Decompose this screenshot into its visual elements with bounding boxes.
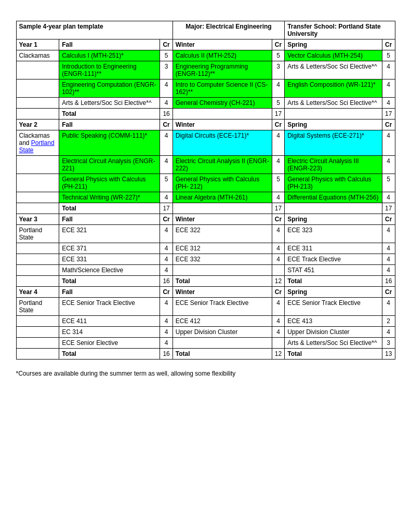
year3-header-row: Year 3FallCrWinterCrSpringCr bbox=[16, 214, 395, 225]
row-fall: Total bbox=[59, 203, 160, 214]
year4-spring-col: Spring bbox=[285, 287, 382, 298]
row-fall: ECE 331 bbox=[59, 254, 160, 265]
row-winter-cr: 4 bbox=[272, 79, 284, 98]
year2-spring-cr-col: Cr bbox=[382, 119, 395, 130]
row-fall-cr: 4 bbox=[160, 298, 173, 316]
year3-institution bbox=[16, 265, 59, 276]
table-row: Engineering Computation (ENGR-102)**4Int… bbox=[16, 79, 395, 98]
row-spring bbox=[285, 203, 382, 214]
table-row: Introduction to Engineering (ENGR-111)**… bbox=[16, 61, 395, 79]
main-table: Sample 4-year plan templateMajor: Electr… bbox=[16, 21, 395, 360]
row-fall: General Physics with Calculus (PH-211) bbox=[59, 174, 160, 192]
row-spring-cr: 4 bbox=[382, 298, 395, 316]
row-winter-cr: 4 bbox=[272, 316, 284, 327]
year2-fall-cr-col: Cr bbox=[160, 119, 173, 130]
row-spring-cr: 4 bbox=[382, 130, 395, 156]
year3-institution bbox=[16, 276, 59, 287]
row-spring-cr: 4 bbox=[382, 79, 395, 98]
table-row: ECE 4114ECE 4124ECE 4132 bbox=[16, 316, 395, 327]
row-winter-cr: 4 bbox=[272, 327, 284, 338]
row-winter-cr: 4 bbox=[272, 254, 284, 265]
table-row: Total16Total12Total13 bbox=[16, 349, 395, 360]
row-spring: Total bbox=[285, 349, 382, 360]
row-spring-cr: 2 bbox=[382, 316, 395, 327]
top-header-row: Sample 4-year plan templateMajor: Electr… bbox=[16, 21, 395, 39]
row-spring-cr: 4 bbox=[382, 98, 395, 109]
table-row: ECE 3714ECE 3124ECE 3114 bbox=[16, 243, 395, 254]
year3-institution bbox=[16, 243, 59, 254]
table-row: Electrical Circuit Analysis (ENGR-221)4E… bbox=[16, 156, 395, 174]
row-spring: Arts & Letters/Soc Sci Elective*^ bbox=[285, 98, 382, 109]
row-spring-cr: 4 bbox=[382, 61, 395, 79]
row-spring-cr: 4 bbox=[382, 192, 395, 203]
table-row: ECE Senior Elective4Arts & Letters/Soc S… bbox=[16, 338, 395, 349]
row-spring: ECE 311 bbox=[285, 243, 382, 254]
row-winter: Electric Circuit Analysis II (ENGR-222) bbox=[173, 156, 272, 174]
year3-winter-col: Winter bbox=[173, 214, 272, 225]
table-title: Sample 4-year plan template bbox=[16, 21, 173, 39]
row-spring-cr: 13 bbox=[382, 349, 395, 360]
year4-institution bbox=[16, 316, 59, 327]
row-winter-cr bbox=[272, 265, 284, 276]
year2-institution bbox=[16, 203, 59, 214]
row-fall: Electrical Circuit Analysis (ENGR-221) bbox=[59, 156, 160, 174]
year1-fall-col: Fall bbox=[59, 39, 160, 50]
row-fall: Engineering Computation (ENGR-102)** bbox=[59, 79, 160, 98]
year4-header-row: Year 4FallCrWinterCrSpringCr bbox=[16, 287, 395, 298]
year2-institution bbox=[16, 156, 59, 174]
row-fall: Public Speaking (COMM-111)* bbox=[59, 130, 160, 156]
row-winter-cr: 3 bbox=[272, 61, 284, 79]
row-fall: Total bbox=[59, 349, 160, 360]
row-spring: Digital Systems (ECE-271)* bbox=[285, 130, 382, 156]
year4-institution bbox=[16, 327, 59, 338]
row-winter: Total bbox=[173, 276, 272, 287]
year1-fall-cr-col: Cr bbox=[160, 39, 173, 50]
row-winter: ECE 412 bbox=[173, 316, 272, 327]
year2-header-row: Year 2FallCrWinterCrSpringCr bbox=[16, 119, 395, 130]
row-fall-cr: 16 bbox=[160, 276, 173, 287]
table-row: Clackamasand PortlandStatePublic Speakin… bbox=[16, 130, 395, 156]
year4-winter-col: Winter bbox=[173, 287, 272, 298]
table-row: ClackamasCalculus I (MTH-251)*5Calculus … bbox=[16, 50, 395, 61]
row-spring: Upper Division Cluster bbox=[285, 327, 382, 338]
row-spring-cr: 17 bbox=[382, 109, 395, 119]
year2-fall-col: Fall bbox=[59, 119, 160, 130]
year1-institution bbox=[16, 61, 59, 79]
row-fall-cr: 4 bbox=[160, 338, 173, 349]
row-spring: Arts & Letters/Soc Sci Elective*^ bbox=[285, 338, 382, 349]
year4-label: Year 4 bbox=[16, 287, 59, 298]
row-fall: Total bbox=[59, 109, 160, 119]
year4-institution bbox=[16, 349, 59, 360]
row-fall: Technical Writing (WR-227)* bbox=[59, 192, 160, 203]
year3-spring-cr-col: Cr bbox=[382, 214, 395, 225]
row-fall-cr: 5 bbox=[160, 50, 173, 61]
row-winter: ECE Senior Track Elective bbox=[173, 298, 272, 316]
year1-spring-cr-col: Cr bbox=[382, 39, 395, 50]
row-fall-cr: 4 bbox=[160, 265, 173, 276]
year3-label: Year 3 bbox=[16, 214, 59, 225]
row-fall: ECE 411 bbox=[59, 316, 160, 327]
table-row: Total171717 bbox=[16, 203, 395, 214]
row-winter-cr: 5 bbox=[272, 98, 284, 109]
row-fall-cr: 4 bbox=[160, 327, 173, 338]
year1-institution bbox=[16, 79, 59, 98]
year3-spring-col: Spring bbox=[285, 214, 382, 225]
row-fall: ECE 371 bbox=[59, 243, 160, 254]
year4-institution: Portland State bbox=[16, 298, 59, 316]
row-winter: ECE 322 bbox=[173, 225, 272, 243]
year1-spring-col: Spring bbox=[285, 39, 382, 50]
page-container: Sample 4-year plan templateMajor: Electr… bbox=[16, 21, 395, 377]
row-fall-cr: 4 bbox=[160, 316, 173, 327]
portland-state-link[interactable]: Portland bbox=[31, 139, 55, 147]
year4-institution bbox=[16, 338, 59, 349]
row-spring: Differential Equations (MTH-256) bbox=[285, 192, 382, 203]
year4-fall-col: Fall bbox=[59, 287, 160, 298]
table-row: Arts & Letters/Soc Sci Elective*^4Genera… bbox=[16, 98, 395, 109]
row-spring-cr: 4 bbox=[382, 327, 395, 338]
portland-state-link2[interactable]: State bbox=[19, 147, 34, 154]
table-row: ECE 3314ECE 3324ECE Track Elective4 bbox=[16, 254, 395, 265]
row-spring-cr: 4 bbox=[382, 243, 395, 254]
row-winter: General Physics with Calculus (PH- 212) bbox=[173, 174, 272, 192]
row-fall: Math/Science Elective bbox=[59, 265, 160, 276]
year4-spring-cr-col: Cr bbox=[382, 287, 395, 298]
